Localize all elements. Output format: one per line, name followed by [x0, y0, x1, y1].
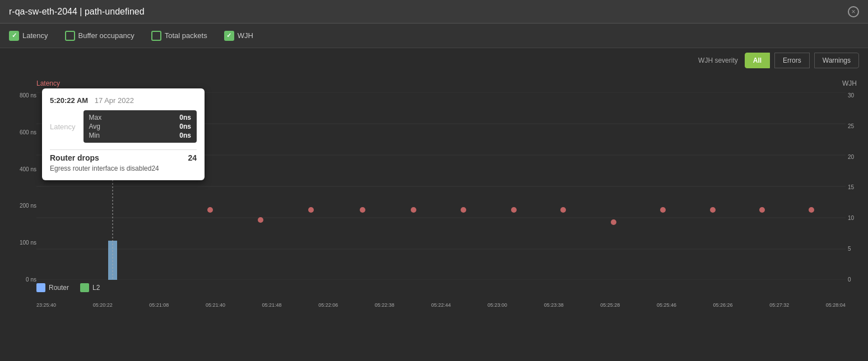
x-tick-8: 05:23:00	[488, 302, 507, 308]
x-tick-13: 05:27:32	[769, 302, 789, 308]
wjh-dot-8	[560, 207, 566, 213]
tooltip-egress-text: Egress router interface is disabled24	[50, 165, 197, 172]
close-button[interactable]: ×	[848, 6, 859, 17]
y-right-0: 0	[848, 276, 851, 283]
metric-max-row: Max 0ns	[89, 114, 191, 121]
y-tick-100: 100 ns	[20, 240, 36, 246]
chart-legend: Router L2	[36, 283, 100, 292]
wjh-checkbox-box: ✓	[224, 31, 234, 41]
legend-router-label: Router	[49, 284, 69, 292]
legend-l2: L2	[80, 283, 100, 292]
router-drops-value: 24	[188, 153, 197, 162]
tooltip-divider	[50, 149, 197, 150]
tooltip-latency-label: Latency	[50, 123, 76, 131]
x-tick-3: 05:21:40	[206, 302, 225, 308]
y-axis-right: 30 25 20 15 10 5 0	[848, 92, 864, 283]
wjh-dot-10	[660, 207, 666, 213]
x-tick-12: 05:26:26	[713, 302, 733, 308]
y-tick-400: 400 ns	[20, 166, 36, 172]
y-tick-600: 600 ns	[20, 129, 36, 135]
wjh-dot-9	[611, 219, 616, 225]
tooltip-header: 5:20:22 AM 17 Apr 2022	[50, 96, 197, 105]
wjh-dot-4	[360, 207, 365, 213]
x-tick-11: 05:25:46	[657, 302, 676, 308]
wjh-dot-5	[411, 207, 416, 213]
y-right-20: 20	[848, 154, 854, 160]
legend-router-color	[36, 283, 45, 292]
metric-max-label: Max	[89, 114, 102, 121]
metric-min-label: Min	[89, 132, 100, 139]
y-tick-800: 800 ns	[20, 92, 36, 99]
wjh-label: WJH	[238, 31, 253, 40]
metric-avg-row: Avg 0ns	[89, 123, 191, 130]
metric-min-row: Min 0ns	[89, 132, 191, 139]
chart-tooltip: 5:20:22 AM 17 Apr 2022 Latency Max 0ns A…	[42, 88, 205, 180]
buffer-label: Buffer occupancy	[78, 31, 134, 40]
chart-latency-label: Latency	[36, 79, 60, 87]
wjh-dot-2	[258, 217, 263, 223]
x-tick-0: 23:25:40	[36, 302, 56, 308]
checkboxes-bar: ✓ Latency Buffer occupancy Total packets…	[0, 24, 868, 48]
wjh-dot-12	[759, 207, 765, 213]
wjh-dot-3	[308, 207, 314, 213]
chart-area: Latency WJH 800 ns 600 ns 400 ns 200 ns …	[0, 73, 868, 313]
latency-label: Latency	[22, 31, 48, 40]
x-tick-2: 05:21:08	[149, 302, 169, 308]
metric-avg-label: Avg	[89, 123, 100, 130]
y-right-30: 30	[848, 92, 854, 99]
wjh-checkmark: ✓	[226, 32, 231, 39]
legend-l2-color	[80, 283, 89, 292]
x-tick-5: 05:22:06	[318, 302, 338, 308]
wjh-dot-7	[511, 207, 517, 213]
checkbox-total-packets[interactable]: Total packets	[151, 31, 207, 41]
y-right-15: 15	[848, 184, 854, 190]
metric-avg-value: 0ns	[179, 123, 191, 130]
legend-router: Router	[36, 283, 69, 292]
y-right-10: 10	[848, 215, 854, 221]
chart-wjh-label: WJH	[842, 79, 857, 87]
wjh-dot-13	[809, 207, 814, 213]
x-tick-4: 05:21:48	[262, 302, 282, 308]
tooltip-date: 17 Apr 2022	[95, 96, 134, 105]
legend-l2-label: L2	[92, 284, 100, 292]
severity-warnings-button[interactable]: Warnings	[814, 53, 859, 68]
x-tick-14: 05:28:04	[826, 302, 846, 308]
latency-checkbox-box: ✓	[9, 31, 19, 41]
tooltip-time: 5:20:22 AM	[50, 96, 88, 105]
y-right-5: 5	[848, 246, 851, 252]
toolbar: WJH severity All Errors Warnings	[0, 48, 868, 73]
severity-errors-button[interactable]: Errors	[774, 53, 810, 68]
y-right-25: 25	[848, 123, 854, 129]
wjh-severity-label: WJH severity	[698, 57, 738, 64]
checkbox-latency[interactable]: ✓ Latency	[9, 31, 48, 41]
wjh-dot-11	[710, 207, 716, 213]
x-tick-1: 05:20:22	[93, 302, 113, 308]
metric-min-value: 0ns	[179, 132, 191, 139]
x-tick-10: 05:25:28	[600, 302, 620, 308]
packets-label: Total packets	[165, 31, 207, 40]
y-axis-left: 800 ns 600 ns 400 ns 200 ns 100 ns 0 ns	[6, 92, 36, 283]
y-tick-0: 0 ns	[26, 276, 36, 283]
x-tick-9: 05:23:38	[544, 302, 564, 308]
severity-all-button[interactable]: All	[745, 53, 770, 68]
router-drops-label: Router drops	[50, 153, 99, 162]
tooltip-router-row: Router drops 24	[50, 153, 197, 162]
tooltip-latency-section: Latency Max 0ns Avg 0ns Min 0ns	[50, 110, 197, 143]
latency-checkmark: ✓	[12, 32, 17, 39]
buffer-checkbox-box	[65, 31, 75, 41]
packets-checkbox-box	[151, 31, 161, 41]
x-axis: 23:25:40 05:20:22 05:21:08 05:21:40 05:2…	[36, 302, 846, 308]
checkbox-buffer-occupancy[interactable]: Buffer occupancy	[65, 31, 134, 41]
y-tick-200: 200 ns	[20, 203, 36, 209]
checkbox-wjh[interactable]: ✓ WJH	[224, 31, 253, 41]
metric-max-value: 0ns	[179, 114, 191, 121]
tooltip-metrics-box: Max 0ns Avg 0ns Min 0ns	[83, 110, 197, 143]
window-header: r-qa-sw-eth-2044 | path-undefined ×	[0, 0, 868, 24]
window-title: r-qa-sw-eth-2044 | path-undefined	[9, 7, 145, 17]
x-tick-6: 05:22:38	[375, 302, 394, 308]
wjh-dot-1	[207, 207, 213, 213]
x-tick-7: 05:22:44	[431, 302, 451, 308]
wjh-dot-6	[461, 207, 466, 213]
